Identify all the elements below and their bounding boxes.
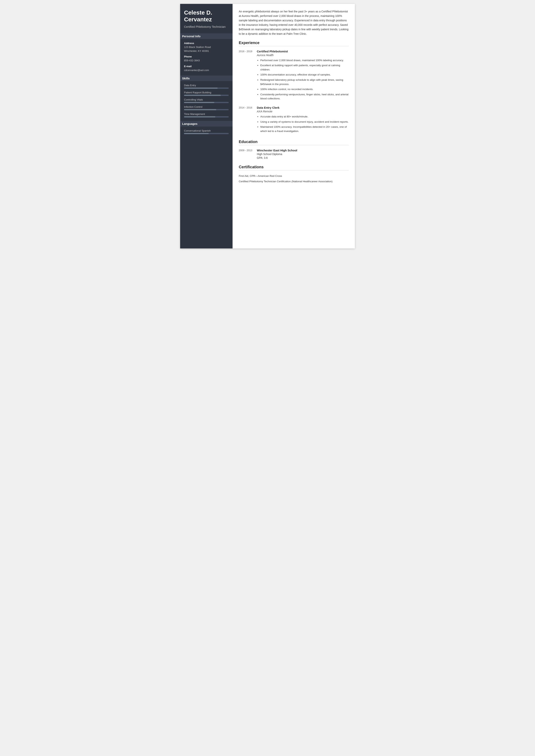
personal-info-header: Personal Info xyxy=(180,33,233,39)
skill-item: Controlling Vitals xyxy=(184,98,229,103)
bullet-item: Using a variety of systems to document i… xyxy=(260,120,349,124)
language-item: Conversational Spanish xyxy=(184,129,229,134)
education-list: 2009 - 2013Winchester East High SchoolHi… xyxy=(239,149,349,159)
certifications-section: Certifications First Aid, CPR—American R… xyxy=(239,165,349,183)
skill-item: Time Management xyxy=(184,113,229,117)
edu-content: Winchester East High SchoolHigh School D… xyxy=(257,149,349,159)
phone-label: Phone xyxy=(184,55,229,58)
skill-item: Infection Control xyxy=(184,105,229,110)
skill-name: Time Management xyxy=(184,113,229,116)
language-bar-bg xyxy=(184,133,229,134)
cert-item: First Aid, CPR—American Red Cross xyxy=(239,174,349,178)
skill-item: Patient Rapport Building xyxy=(184,91,229,96)
experience-entry: 2016 - 2019Certified PhlebotomistAurora … xyxy=(239,50,349,102)
bullet-item: Performed over 2,000 blood draws, mainta… xyxy=(260,58,349,63)
phone-value: 859-432-3843 xyxy=(184,59,229,63)
edu-gpa: GPA: 3.6 xyxy=(257,156,349,159)
entry-bullets: Accurate data entry at 80+ words/minute.… xyxy=(257,115,349,133)
skill-bar-fill xyxy=(184,88,218,89)
entry-dates: 2014 - 2016 xyxy=(239,106,253,134)
entry-job-title: Certified Phlebotomist xyxy=(257,50,349,53)
candidate-title: Certified Phlebotomy Technician xyxy=(184,25,229,29)
bullet-item: Maintained 100% accuracy. Incompatibilit… xyxy=(260,125,349,133)
skill-bar-bg xyxy=(184,95,229,96)
address-label: Address xyxy=(184,42,229,45)
email-value: cdcervantez@aol.com xyxy=(184,68,229,72)
bullet-item: 100% infection control, no recorded inci… xyxy=(260,87,349,92)
edu-school: Winchester East High School xyxy=(257,149,349,152)
skill-bar-bg xyxy=(184,116,229,117)
education-section: Education 2009 - 2013Winchester East Hig… xyxy=(239,140,349,159)
experience-entry: 2014 - 2016Data Entry ClerkAXA RemoteAcc… xyxy=(239,106,349,134)
skill-bar-bg xyxy=(184,109,229,110)
candidate-name: Celeste D. Cervantez xyxy=(184,9,229,23)
main-content: An energetic phlebotomist always on her … xyxy=(233,4,355,248)
address-line1: 123 Black Stallion Road xyxy=(184,45,229,49)
skill-bar-bg xyxy=(184,88,229,89)
certifications-list: First Aid, CPR—American Red CrossCertifi… xyxy=(239,174,349,183)
email-label: E-mail xyxy=(184,65,229,68)
entry-content: Certified PhlebotomistAurora HealthPerfo… xyxy=(257,50,349,102)
summary-text: An energetic phlebotomist always on her … xyxy=(239,9,349,36)
skill-name: Controlling Vitals xyxy=(184,98,229,101)
entry-dates: 2016 - 2019 xyxy=(239,50,253,102)
entry-bullets: Performed over 2,000 blood draws, mainta… xyxy=(257,58,349,101)
entry-content: Data Entry ClerkAXA RemoteAccurate data … xyxy=(257,106,349,134)
experience-title: Experience xyxy=(239,41,349,46)
languages-list: Conversational Spanish xyxy=(184,129,229,134)
skill-bar-fill xyxy=(184,102,214,103)
skill-item: Data Entry xyxy=(184,84,229,89)
bullet-item: Excellent at building rapport with patie… xyxy=(260,63,349,71)
edu-degree: High School Diploma xyxy=(257,153,349,156)
language-name: Conversational Spanish xyxy=(184,129,229,132)
bullet-item: Accurate data entry at 80+ words/minute. xyxy=(260,115,349,119)
entry-job-title: Data Entry Clerk xyxy=(257,106,349,109)
skill-name: Data Entry xyxy=(184,84,229,87)
skill-bar-bg xyxy=(184,102,229,103)
edu-dates: 2009 - 2013 xyxy=(239,149,253,159)
education-title: Education xyxy=(239,140,349,145)
experience-list: 2016 - 2019Certified PhlebotomistAurora … xyxy=(239,50,349,134)
skill-bar-fill xyxy=(184,109,216,110)
bullet-item: Consistently performing venipunctures, f… xyxy=(260,92,349,101)
address-line2: Winchester, KY 40391 xyxy=(184,49,229,53)
skills-header: Skills xyxy=(180,75,233,81)
entry-company: AXA Remote xyxy=(257,110,349,113)
bullet-item: 100% documentation accuracy, effective s… xyxy=(260,72,349,77)
bullet-item: Redesigned laboratory pickup schedule to… xyxy=(260,78,349,86)
entry-company: Aurora Health xyxy=(257,54,349,57)
skill-bar-fill xyxy=(184,95,221,96)
skill-name: Patient Rapport Building xyxy=(184,91,229,94)
languages-header: Languages xyxy=(180,121,233,126)
sidebar: Celeste D. Cervantez Certified Phlebotom… xyxy=(180,4,233,248)
skills-list: Data EntryPatient Rapport BuildingContro… xyxy=(184,84,229,117)
language-bar-fill xyxy=(184,133,209,134)
skill-bar-fill xyxy=(184,116,215,117)
resume-container: Celeste D. Cervantez Certified Phlebotom… xyxy=(180,4,355,248)
skill-name: Infection Control xyxy=(184,105,229,108)
education-entry: 2009 - 2013Winchester East High SchoolHi… xyxy=(239,149,349,159)
cert-item: Certified Phlebotomy Technician Certific… xyxy=(239,179,349,183)
experience-section: Experience 2016 - 2019Certified Phleboto… xyxy=(239,41,349,134)
certifications-title: Certifications xyxy=(239,165,349,170)
